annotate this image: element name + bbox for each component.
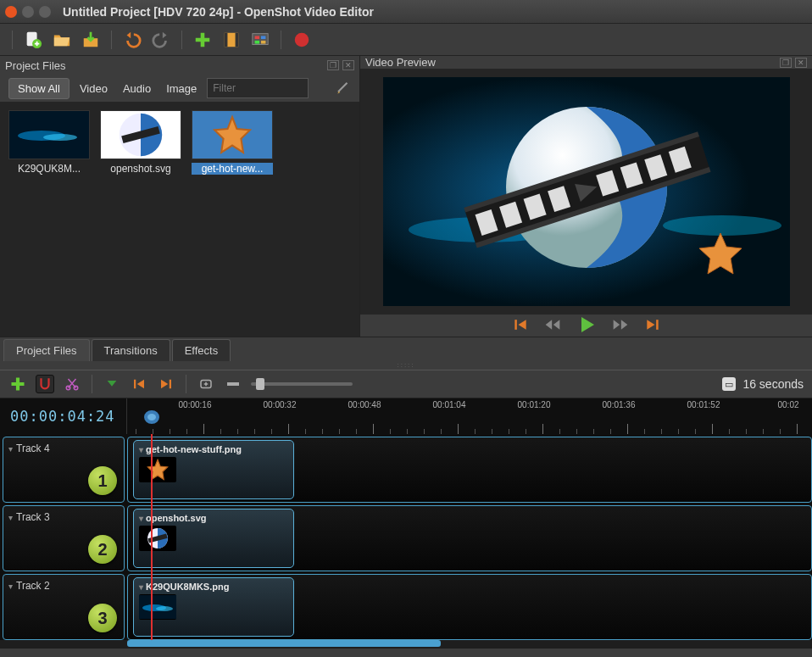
track-lane[interactable]: ▾get-hot-new-stuff.png <box>127 437 812 503</box>
timeline-ruler[interactable]: 00:00:1600:00:3200:00:4800:01:0400:01:20… <box>127 398 812 434</box>
svg-rect-39 <box>227 382 239 386</box>
clip-name: K29QUK8MKS.png <box>146 582 229 592</box>
video-preview-header: Video Preview <box>365 56 436 69</box>
save-project-button[interactable] <box>81 30 101 50</box>
file-item[interactable]: openshot.svg <box>100 110 181 328</box>
window-minimize-button[interactable] <box>22 6 34 18</box>
chevron-down-icon[interactable]: ▾ <box>139 445 143 454</box>
undo-button[interactable] <box>122 30 142 50</box>
panel-tabs: Project Files Transitions Effects <box>0 337 812 361</box>
snap-button[interactable] <box>36 375 54 393</box>
export-video-button[interactable] <box>292 30 312 50</box>
track-lane[interactable]: ▾K29QUK8MKS.png <box>127 574 812 640</box>
show-all-button[interactable]: Show All <box>8 78 70 99</box>
filter-image-button[interactable]: Image <box>161 81 202 97</box>
ruler-label: 00:00:48 <box>348 400 381 409</box>
tab-project-files[interactable]: Project Files <box>3 339 90 361</box>
ruler-label: 00:01:20 <box>518 400 551 409</box>
clip-thumbnail <box>139 457 176 482</box>
redo-button[interactable] <box>151 30 171 50</box>
play-button[interactable] <box>576 315 597 337</box>
filter-input[interactable] <box>207 78 309 98</box>
track-name: Track 3 <box>16 511 50 523</box>
svg-point-14 <box>43 134 77 141</box>
ruler-label: 00:01:04 <box>433 400 466 409</box>
track-header[interactable]: ▾Track 32 <box>3 505 125 571</box>
timeline-clip[interactable]: ▾get-hot-new-stuff.png <box>133 440 294 499</box>
filter-video-button[interactable]: Video <box>75 81 113 97</box>
track-badge: 2 <box>88 535 117 564</box>
undock-icon[interactable]: ❐ <box>327 60 339 70</box>
clip-name: openshot.svg <box>146 513 207 523</box>
timeline: 00:00:04:24 00:00:1600:00:3200:00:4800:0… <box>0 398 812 649</box>
ruler-label: 00:00:32 <box>264 400 297 409</box>
file-filter-row: Show All Video Audio Image <box>0 75 359 102</box>
file-item[interactable]: get-hot-new... <box>192 110 273 328</box>
new-project-button[interactable] <box>23 30 43 50</box>
razor-button[interactable] <box>63 375 81 393</box>
track-header[interactable]: ▾Track 23 <box>3 574 125 640</box>
timeline-horizontal-scrollbar[interactable] <box>127 640 812 649</box>
svg-point-19 <box>663 215 781 236</box>
file-label: K29QUK8M... <box>8 163 90 175</box>
zoom-slider[interactable] <box>251 382 353 386</box>
ruler-label: 00:02 <box>777 400 798 409</box>
filter-audio-button[interactable]: Audio <box>118 81 156 97</box>
main-toolbar <box>0 24 812 56</box>
preview-viewport[interactable] <box>360 69 812 315</box>
window-maximize-button[interactable] <box>39 6 51 18</box>
track-name: Track 2 <box>16 580 50 592</box>
project-files-header: Project Files <box>5 59 66 72</box>
next-marker-button[interactable] <box>157 375 175 393</box>
chevron-down-icon[interactable]: ▾ <box>8 444 13 454</box>
import-files-button[interactable] <box>192 30 213 50</box>
ruler-label: 00:01:52 <box>687 400 720 409</box>
playback-controls <box>360 315 812 337</box>
playhead-icon[interactable] <box>144 410 159 426</box>
track-lane[interactable]: ▾openshot.svg <box>127 505 812 571</box>
svg-rect-5 <box>236 32 239 47</box>
svg-rect-9 <box>255 40 260 43</box>
zoom-out-button[interactable] <box>224 375 242 393</box>
chevron-down-icon[interactable]: ▾ <box>8 582 13 591</box>
jump-start-button[interactable] <box>512 316 529 336</box>
fast-forward-button[interactable] <box>612 316 629 336</box>
fullscreen-button[interactable] <box>250 30 270 50</box>
current-timecode: 00:00:04:24 <box>0 398 127 434</box>
jump-end-button[interactable] <box>644 316 661 336</box>
open-project-button[interactable] <box>52 30 72 50</box>
chevron-down-icon[interactable]: ▾ <box>139 582 143 592</box>
rewind-button[interactable] <box>544 316 561 336</box>
project-files-panel: Project Files ❐✕ Show All Video Audio Im… <box>0 56 360 337</box>
file-grid[interactable]: K29QUK8M... openshot.svg get-hot-new... <box>0 102 359 337</box>
window-title: Untitled Project [HDV 720 24p] - OpenSho… <box>63 5 374 19</box>
playhead[interactable] <box>151 434 153 640</box>
close-panel-icon[interactable]: ✕ <box>795 58 807 68</box>
window-close-button[interactable] <box>5 6 17 18</box>
svg-rect-7 <box>255 36 260 39</box>
timeline-toolbar: ▭ 16 seconds <box>0 370 812 398</box>
chevron-down-icon[interactable]: ▾ <box>139 514 143 523</box>
close-panel-icon[interactable]: ✕ <box>342 60 354 70</box>
timeline-clip[interactable]: ▾openshot.svg <box>133 509 294 568</box>
track-header[interactable]: ▾Track 41 <box>3 437 125 503</box>
video-preview-panel: Video Preview ❐✕ <box>360 56 812 337</box>
profile-button[interactable] <box>221 30 242 50</box>
timeline-clip[interactable]: ▾K29QUK8MKS.png <box>133 577 294 637</box>
panel-grip[interactable]: ::::: <box>0 361 812 370</box>
chevron-down-icon[interactable]: ▾ <box>8 513 13 522</box>
clip-thumbnail <box>139 526 176 551</box>
file-item[interactable]: K29QUK8M... <box>8 110 90 328</box>
zoom-reset-icon[interactable]: ▭ <box>722 377 736 391</box>
tab-transitions[interactable]: Transitions <box>92 339 170 361</box>
tab-effects[interactable]: Effects <box>172 339 231 361</box>
add-track-button[interactable] <box>8 375 27 393</box>
add-marker-button[interactable] <box>103 375 121 393</box>
clear-filter-icon[interactable] <box>336 80 351 97</box>
center-playhead-button[interactable] <box>197 375 215 393</box>
svg-point-45 <box>156 606 173 611</box>
svg-rect-33 <box>656 320 659 330</box>
undock-icon[interactable]: ❐ <box>780 58 792 68</box>
svg-point-40 <box>147 414 156 420</box>
prev-marker-button[interactable] <box>130 375 148 393</box>
